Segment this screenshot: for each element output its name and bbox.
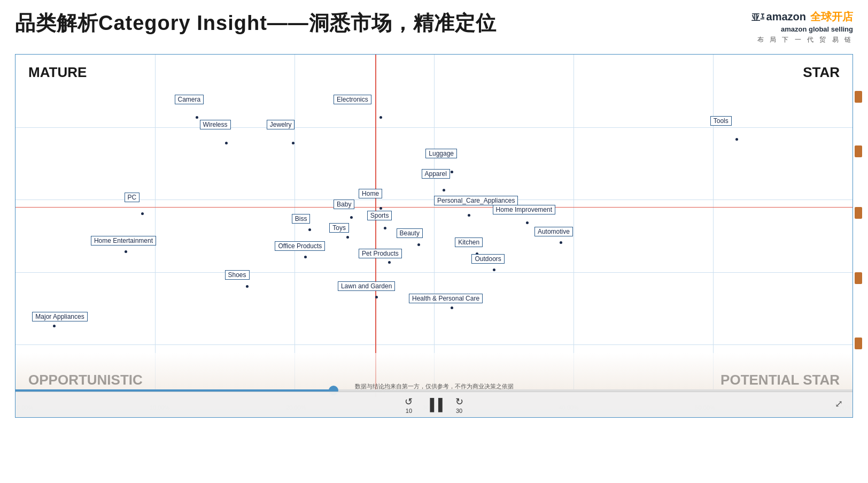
- amazon-icon: 亚马逊: [751, 11, 764, 24]
- dot-electronics: [379, 116, 382, 119]
- label-pca: Personal_Care_Appliances: [434, 196, 518, 205]
- label-kitchen: Kitchen: [455, 237, 483, 247]
- grid-v-5: [713, 55, 714, 417]
- dot-pca: [468, 214, 470, 217]
- label-sports: Sports: [367, 211, 392, 220]
- label-automotive: Automotive: [534, 227, 573, 236]
- play-pause-icon: ▐▐: [425, 398, 442, 412]
- dot-pc: [141, 212, 144, 215]
- amazon-text: amazon: [766, 11, 806, 23]
- label-health-care: Health & Personal Care: [409, 294, 483, 303]
- dot-baby: [350, 216, 353, 219]
- dot-camera: [196, 116, 198, 119]
- dot-automotive: [560, 241, 562, 244]
- dot-toys: [346, 236, 349, 239]
- label-luggage: Luggage: [425, 149, 457, 158]
- label-pet-products: Pet Products: [359, 249, 402, 258]
- chart-area: MATURE STAR OPPORTUNISTIC POTENTIAL STAR…: [15, 54, 853, 418]
- grid-v-3: [434, 55, 435, 417]
- grid-v-4: [574, 55, 574, 417]
- back-10-button[interactable]: ↺ 10: [405, 396, 413, 414]
- dot-outdoors: [493, 269, 495, 271]
- label-home-entertainment: Home Entertainment: [91, 236, 156, 246]
- scroll-marker-2[interactable]: [855, 145, 862, 157]
- label-outdoors: Outdoors: [471, 254, 504, 264]
- header: 品类解析Category Insight——洞悉市场，精准定位 亚马逊 amaz…: [0, 0, 868, 50]
- logo-subtitle: 布 局 下 一 代 贸 易 链: [751, 35, 853, 44]
- scroll-marker-5[interactable]: [855, 338, 862, 349]
- dot-home: [379, 207, 382, 210]
- dot-office-products: [304, 256, 307, 258]
- dot-sports: [384, 227, 386, 229]
- grid-h-3: [15, 272, 852, 273]
- media-controls: ↺ 10 ▐▐ ↻ 30: [15, 392, 852, 417]
- dot-beauty: [417, 243, 420, 246]
- dot-home-improvement: [526, 221, 529, 224]
- label-electronics: Electronics: [334, 95, 371, 104]
- play-pause-button[interactable]: ▐▐: [425, 398, 442, 412]
- grid-v-2: [294, 55, 295, 417]
- label-camera: Camera: [175, 95, 204, 104]
- label-pc: PC: [125, 193, 140, 202]
- dot-kitchen: [476, 252, 478, 255]
- dot-shoes: [246, 285, 249, 288]
- label-jewelry: Jewelry: [267, 120, 295, 129]
- label-apparel: Apparel: [422, 169, 450, 179]
- dot-jewelry: [292, 142, 294, 144]
- amazon-global-selling-label: amazon global selling: [751, 25, 853, 33]
- forward-30-label: 30: [456, 408, 462, 414]
- dot-home-entertainment: [125, 250, 127, 253]
- horizontal-axis: [15, 207, 852, 208]
- dot-wireless: [225, 142, 228, 144]
- dot-biss: [308, 228, 311, 231]
- label-home: Home: [359, 189, 382, 198]
- label-baby: Baby: [334, 200, 354, 209]
- quadrant-mature: MATURE: [28, 64, 87, 81]
- scroll-marker-3[interactable]: [855, 207, 862, 219]
- page-title: 品类解析Category Insight——洞悉市场，精准定位: [15, 10, 497, 37]
- back-10-label: 10: [406, 408, 412, 414]
- scroll-marker-1[interactable]: [855, 91, 862, 103]
- dot-health-care: [451, 306, 453, 309]
- label-wireless: Wireless: [200, 120, 231, 129]
- grid-h-1: [15, 127, 852, 128]
- dot-tools: [735, 138, 738, 141]
- expand-button[interactable]: ⤢: [835, 398, 843, 410]
- scroll-marker-4[interactable]: [855, 272, 862, 284]
- footer-note: 数据与结论均来自第一方，仅供参考，不作为商业决策之依据: [15, 382, 852, 390]
- amazon-logo: 亚马逊 amazon 全球开店: [751, 10, 853, 24]
- dot-apparel: [443, 189, 445, 191]
- grid-h-2: [15, 200, 852, 200]
- forward-30-button[interactable]: ↻ 30: [455, 396, 463, 414]
- back-10-icon: ↺: [405, 396, 413, 408]
- dot-lawn-garden: [375, 296, 378, 298]
- logo-area: 亚马逊 amazon 全球开店 amazon global selling 布 …: [751, 10, 853, 44]
- grid-h-4: [15, 344, 852, 345]
- vertical-axis: [375, 55, 376, 397]
- svg-text:亚马逊: 亚马逊: [751, 13, 764, 22]
- label-major-appliances: Major Appliances: [32, 312, 87, 321]
- label-lawn-garden: Lawn and Garden: [338, 281, 395, 291]
- quadrant-star: STAR: [803, 64, 840, 81]
- forward-30-icon: ↻: [455, 396, 463, 408]
- dot-major-appliances: [53, 325, 56, 327]
- global-selling-text: 全球开店: [810, 10, 853, 24]
- dot-luggage: [451, 171, 453, 173]
- label-office-products: Office Products: [275, 241, 325, 251]
- dot-pet-products: [388, 261, 391, 264]
- label-toys: Toys: [329, 223, 349, 233]
- grid-v-1: [155, 55, 156, 417]
- label-beauty: Beauty: [397, 228, 423, 238]
